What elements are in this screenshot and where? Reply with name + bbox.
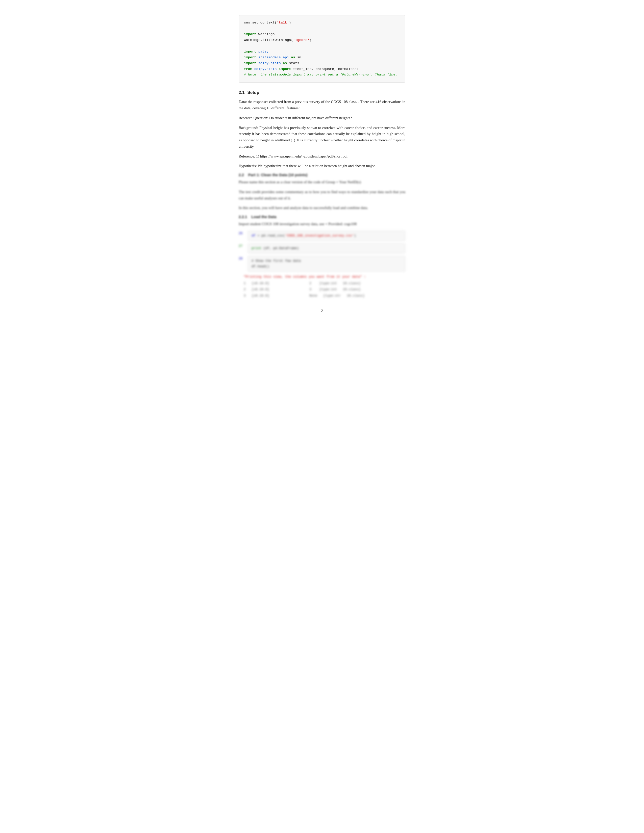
table-cell-2-2: 3 [type:int 10.class] [309,287,361,292]
code-line-import-scipy: import scipy.stats as stats [244,61,400,66]
blurred-output-table: "Printing this view, the columns you wan… [239,274,405,298]
code-line-1: sns.set_context('talk') [244,20,400,26]
blurred-code-content-2: print (df, pd.DataFrame) [248,243,405,253]
section-2-2-1-blurred: 2.2.1 Load the Data Import student COGS … [239,215,405,227]
table-row-2: 2 [x0.10.0] 3 [type:int 10.class] [244,287,405,292]
blurred-code-block-3: 28 # Show the first few data df.head() [239,256,405,272]
table-header-line: "Printing this view, the columns you wan… [244,274,405,280]
code-line-import-warnings: import warnings [244,32,400,37]
section-num: 2.1 [239,90,245,95]
section-title: Setup [247,90,259,95]
code-line-comment: # Note: the statsmodels import may print… [244,72,400,78]
page-number: 2 [239,309,405,313]
para-reference: Reference: 1) https://www.sas.upenn.edu/… [239,153,405,159]
table-cell-2-1: 2 [x0.10.0] [244,287,289,292]
section-num-2-2: 2.2 [239,173,244,177]
section-heading-2-2-1: 2.2.1 Load the Data [239,215,405,219]
table-cell-3-2: None [type:str 10.class] [309,293,364,299]
blurred-text-1: Please name this section as a clear vers… [239,179,405,185]
section-heading-2-2: 2.2 Part 1: Clean the Data (10 points) [239,173,405,177]
para-hypothesis: Hypothesis: We hypothesize that there wi… [239,163,405,169]
table-cell-3-1: 3 [x0.10.0] [244,293,289,299]
line-num-26: 26 [239,231,248,236]
section-title-2-2-1: Load the Data [251,215,276,219]
blurred-code-block-2: 27 print (df, pd.DataFrame) [239,243,405,253]
para-research-question: Research Question: Do students in differ… [239,115,405,121]
section-2-1: 2.1 Setup Data: the responses collected … [239,90,405,169]
blurred-text-3: In this section, you will have and analy… [239,205,405,211]
blurred-code-area: 26 df = pd.read_csv('COGS_108_investigat… [239,231,405,299]
table-cell-1-1: 1 [x0.10.0] [244,281,289,286]
section-num-2-2-1: 2.2.1 [239,215,247,219]
code-line-blank-2 [244,43,400,49]
table-row-1: 1 [x0.10.0] 2 [type:int 10.class] [244,281,405,286]
code-line-from-scipy: from scipy.stats import ttest_ind, chisq… [244,66,400,72]
code-line-import-statsmodels: import statsmodels.api as sm [244,55,400,61]
section-heading-2-1: 2.1 Setup [239,90,405,95]
blurred-code-content-1: df = pd.read_csv('COGS_108_investigation… [248,231,405,241]
code-line-filterwarnings: warnings.filterwarnings('ignore') [244,37,400,43]
para-data: Data: the responses collected from a pre… [239,99,405,111]
code-line-blank-1 [244,26,400,32]
section-2-2-blurred: 2.2 Part 1: Clean the Data (10 points) P… [239,173,405,211]
line-num-28: 28 [239,256,248,262]
blurred-code-content-3: # Show the first few data df.head() [248,256,405,272]
code-line-import-patsy: import patsy [244,49,400,55]
table-cell-1-2: 2 [type:int 10.class] [309,281,361,286]
para-background: Background: Physical height has previous… [239,125,405,150]
blurred-text-load: Import student COGS 108 investigation su… [239,221,405,227]
table-row-3: 3 [x0.10.0] None [type:str 10.class] [244,293,405,299]
line-num-27: 27 [239,243,248,249]
blurred-code-block-1: 26 df = pd.read_csv('COGS_108_investigat… [239,231,405,241]
blurred-text-2: The test credit provides some commentary… [239,189,405,201]
code-block-imports: sns.set_context('talk') import warnings … [239,15,405,82]
section-title-2-2: Part 1: Clean the Data (10 points) [248,173,308,177]
